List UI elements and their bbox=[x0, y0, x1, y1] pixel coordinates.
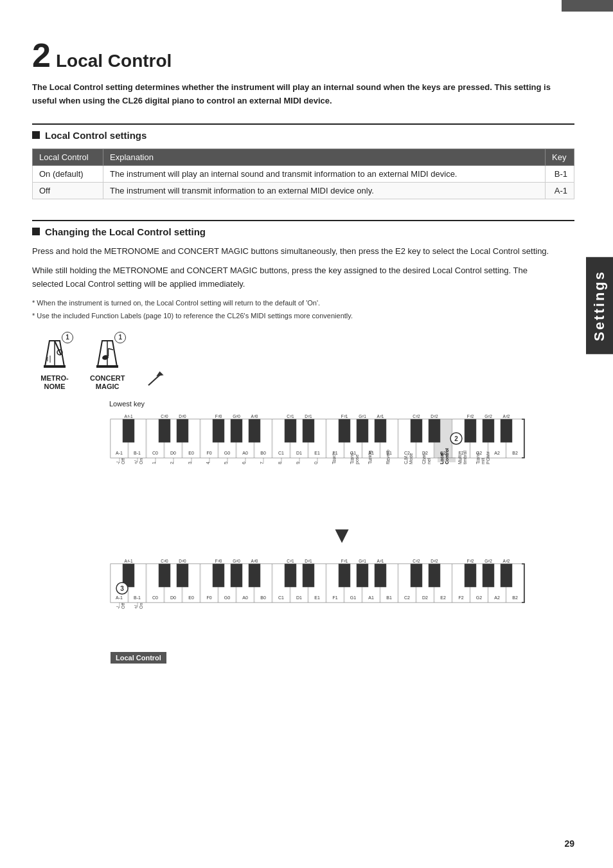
svg-rect-207 bbox=[411, 564, 422, 587]
curved-arrow-icon bbox=[144, 368, 166, 391]
svg-rect-77 bbox=[339, 419, 350, 442]
svg-text:D1: D1 bbox=[296, 451, 302, 455]
keyboard-diagram-1: A-1B-1C0D0E0F0G0A0B0C1D1E1F1G1A1B1C2D2E2… bbox=[109, 410, 574, 515]
svg-text:A0: A0 bbox=[242, 595, 248, 600]
svg-text:-/Off: -/Off bbox=[116, 458, 125, 464]
svg-text:3: 3 bbox=[120, 585, 124, 592]
step-1-badge-2: 1 bbox=[114, 332, 126, 343]
cell-explanation: The instrument will transmit information… bbox=[103, 182, 546, 199]
svg-text:A♯1: A♯1 bbox=[377, 414, 384, 419]
svg-text:E1: E1 bbox=[314, 451, 320, 455]
svg-text:G♯2: G♯2 bbox=[484, 559, 492, 563]
section-description: The Local Control setting determines whe… bbox=[32, 81, 559, 108]
svg-text:B-1: B-1 bbox=[134, 451, 141, 455]
svg-text:C1: C1 bbox=[278, 595, 284, 600]
svg-rect-83 bbox=[411, 419, 422, 442]
svg-text:D0: D0 bbox=[170, 451, 176, 455]
table-row: On (default) The instrument will play an… bbox=[33, 165, 574, 182]
cell-key: A-1 bbox=[546, 182, 574, 199]
svg-rect-75 bbox=[303, 419, 314, 442]
svg-text:5: 5 bbox=[224, 462, 228, 464]
table-header-key: Key bbox=[546, 149, 574, 165]
svg-line-11 bbox=[109, 348, 114, 350]
svg-text:A♯-1: A♯-1 bbox=[124, 414, 133, 419]
metronome-figure: 1 METRO-NOME bbox=[39, 334, 71, 391]
svg-text:D1: D1 bbox=[296, 595, 302, 600]
svg-text:C1: C1 bbox=[278, 451, 284, 455]
svg-text:F♯0: F♯0 bbox=[215, 414, 222, 419]
svg-rect-87 bbox=[465, 419, 476, 442]
footnote-1: * When the instrument is turned on, the … bbox=[32, 298, 574, 309]
svg-text:3: 3 bbox=[188, 462, 192, 464]
svg-rect-79 bbox=[357, 419, 368, 442]
svg-text:+/On: +/On bbox=[134, 458, 143, 464]
svg-text:C2: C2 bbox=[404, 595, 410, 600]
svg-text:A-1: A-1 bbox=[116, 595, 123, 600]
svg-text:A-1: A-1 bbox=[116, 451, 123, 455]
svg-text:B2: B2 bbox=[512, 595, 518, 600]
svg-text:1: 1 bbox=[152, 462, 156, 464]
top-bar bbox=[562, 0, 613, 12]
svg-text:B0: B0 bbox=[260, 451, 266, 455]
svg-rect-187 bbox=[159, 564, 170, 587]
svg-text:F♯1: F♯1 bbox=[341, 559, 348, 563]
svg-text:B0: B0 bbox=[260, 595, 266, 600]
svg-text:D♯1: D♯1 bbox=[305, 559, 312, 563]
step-1-badge: 1 bbox=[62, 332, 73, 343]
svg-text:A2: A2 bbox=[494, 595, 500, 600]
svg-rect-67 bbox=[213, 419, 224, 442]
changing-heading: Changing the Local Control setting bbox=[32, 220, 574, 237]
svg-text:A♯2: A♯2 bbox=[503, 559, 510, 563]
cell-localcontrol: Off bbox=[33, 182, 103, 199]
svg-rect-85 bbox=[429, 419, 440, 442]
svg-rect-12 bbox=[96, 365, 118, 368]
svg-text:C0: C0 bbox=[152, 595, 158, 600]
svg-rect-193 bbox=[231, 564, 242, 587]
svg-text:+/On: +/On bbox=[134, 603, 143, 609]
svg-text:B2: B2 bbox=[512, 451, 518, 455]
svg-text:F♯2: F♯2 bbox=[467, 414, 474, 419]
svg-text:8: 8 bbox=[278, 462, 282, 464]
svg-rect-81 bbox=[375, 419, 386, 442]
svg-text:D♯0: D♯0 bbox=[179, 559, 186, 563]
svg-rect-213 bbox=[483, 564, 494, 587]
svg-text:E0: E0 bbox=[188, 595, 194, 600]
heading-square-icon-2 bbox=[32, 228, 40, 235]
cell-localcontrol: On (default) bbox=[33, 165, 103, 182]
svg-text:F♯2: F♯2 bbox=[467, 559, 474, 563]
changing-label: Changing the Local Control setting bbox=[45, 226, 206, 237]
svg-text:G♯1: G♯1 bbox=[359, 559, 366, 563]
svg-text:E2: E2 bbox=[440, 595, 446, 600]
svg-rect-69 bbox=[231, 419, 242, 442]
svg-text:G♯0: G♯0 bbox=[233, 414, 240, 419]
svg-text:2: 2 bbox=[454, 435, 458, 442]
svg-text:9: 9 bbox=[296, 462, 300, 464]
concert-magic-label: CONCERTMAGIC bbox=[90, 374, 125, 391]
svg-rect-189 bbox=[177, 564, 188, 587]
svg-text:D♯2: D♯2 bbox=[431, 414, 438, 419]
table-row: Off The instrument will transmit informa… bbox=[33, 182, 574, 199]
svg-rect-61 bbox=[123, 419, 134, 442]
svg-text:F2: F2 bbox=[458, 595, 463, 600]
svg-rect-197 bbox=[285, 564, 296, 587]
svg-text:G♯1: G♯1 bbox=[359, 414, 366, 419]
svg-text:Tuning: Tuning bbox=[368, 451, 373, 464]
svg-text:B-1: B-1 bbox=[134, 595, 141, 600]
svg-text:C0: C0 bbox=[152, 451, 158, 455]
svg-text:4: 4 bbox=[206, 462, 210, 464]
svg-rect-209 bbox=[429, 564, 440, 587]
local-control-highlight: Local Control bbox=[111, 652, 166, 664]
svg-rect-199 bbox=[303, 564, 314, 587]
table-header-localcontrol: Local Control bbox=[33, 149, 103, 165]
diagram-area: 1 METRO-NOME bbox=[32, 334, 574, 664]
svg-rect-215 bbox=[501, 564, 512, 587]
svg-text:C♯1: C♯1 bbox=[287, 559, 294, 563]
section-title-group: 2 Local Control bbox=[32, 39, 574, 72]
svg-rect-65 bbox=[177, 419, 188, 442]
svg-text:Reverb: Reverb bbox=[386, 450, 390, 465]
svg-text:G♯2: G♯2 bbox=[484, 414, 492, 419]
svg-rect-4 bbox=[44, 365, 66, 368]
svg-rect-131 bbox=[438, 457, 456, 462]
svg-text:A0: A0 bbox=[242, 451, 248, 455]
svg-text:-/Off: -/Off bbox=[116, 603, 125, 609]
